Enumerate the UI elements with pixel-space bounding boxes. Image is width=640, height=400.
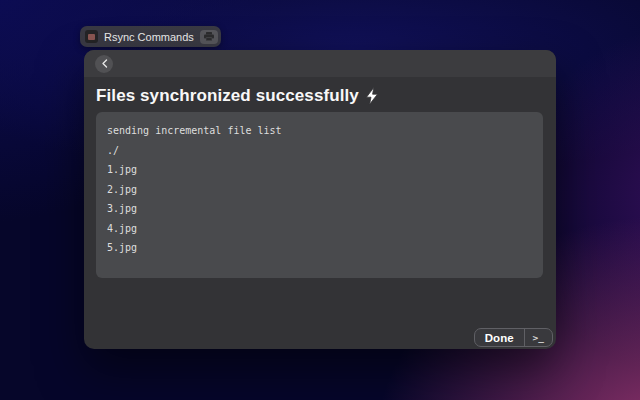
window-header bbox=[84, 50, 556, 77]
terminal-output[interactable]: sending incremental file list./1.jpg2.jp… bbox=[96, 112, 543, 278]
tab-title: Rsync Commands bbox=[104, 31, 194, 43]
terminal-line bbox=[107, 258, 532, 278]
terminal-line: 5.jpg bbox=[107, 238, 532, 258]
window-tab[interactable]: Rsync Commands bbox=[80, 26, 221, 47]
main-window: Files synchronized successfully sending … bbox=[84, 50, 556, 349]
done-button[interactable]: Done bbox=[475, 329, 524, 346]
terminal-line: sending incremental file list bbox=[107, 121, 532, 141]
terminal-line: 3.jpg bbox=[107, 199, 532, 219]
page-title: Files synchronized successfully bbox=[96, 86, 544, 106]
chevron-left-icon bbox=[101, 59, 108, 68]
terminal-line: sent 456,275 bytes received 114 bytes 91… bbox=[107, 277, 532, 278]
terminal-line: 4.jpg bbox=[107, 219, 532, 239]
footer-button-group: Done >_ bbox=[474, 328, 553, 347]
lightning-bolt-icon bbox=[365, 87, 379, 105]
terminal-button[interactable]: >_ bbox=[524, 329, 552, 346]
terminal-line: 2.jpg bbox=[107, 180, 532, 200]
app-icon bbox=[85, 30, 98, 43]
title-text: Files synchronized successfully bbox=[96, 86, 359, 106]
terminal-line: 1.jpg bbox=[107, 160, 532, 180]
back-button[interactable] bbox=[95, 55, 113, 73]
printer-glyph bbox=[204, 32, 214, 41]
printer-icon[interactable] bbox=[200, 30, 218, 44]
terminal-line: ./ bbox=[107, 141, 532, 161]
